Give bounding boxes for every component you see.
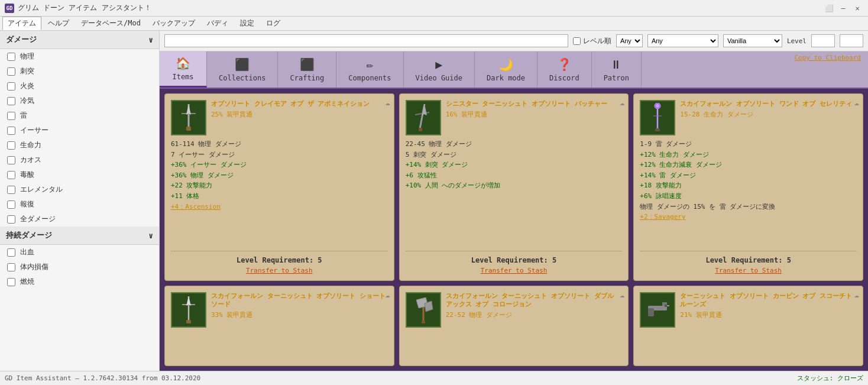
sidebar-item-aether[interactable]: イーサー: [0, 123, 159, 138]
transfer-btn-2[interactable]: Transfer to Stash: [640, 267, 857, 274]
level-order-label: レベル順: [583, 36, 611, 46]
checkbox-chaos[interactable]: [7, 156, 15, 164]
svg-point-10: [656, 104, 659, 108]
sidebar-item-poison[interactable]: 毒酸: [0, 167, 159, 182]
item-image-2: [640, 100, 675, 135]
app-title: グリム ドーン アイテム アシスタント！: [18, 3, 151, 13]
checkbox-retaliation[interactable]: [7, 200, 15, 209]
menu-item-buddy[interactable]: バディ: [202, 17, 234, 30]
item-name-4: スカイフォールン ターニッシュト オブソリート ダブル アックス オブ コロージ…: [446, 292, 623, 309]
cloud-icon-3: ☁: [385, 290, 390, 299]
sidebar-item-internal[interactable]: 体内損傷: [0, 260, 159, 274]
checkbox-bleed[interactable]: [7, 248, 15, 257]
sidebar-item-alldamage[interactable]: 全ダメージ: [0, 212, 159, 227]
checkbox-internal[interactable]: [7, 263, 15, 271]
item-card-header-2: スカイフォールン オブソリート ワンド オブ セレリティ 15-28 生命力 ダ…: [640, 100, 857, 135]
sidebar-section-dot[interactable]: 持続ダメージ ∨: [0, 227, 159, 245]
sidebar-item-bleed[interactable]: 出血: [0, 245, 159, 260]
checkbox-poison[interactable]: [7, 171, 15, 179]
tab-items[interactable]: 🏠 Items: [160, 51, 207, 88]
label-chaos: カオス: [20, 155, 41, 165]
items-grid: ☁ オブソリート クレイモア オブ ザ アボミネイション 25% 装甲貫通: [160, 89, 868, 371]
menu-item-items[interactable]: アイテム: [2, 17, 41, 30]
level-min-input[interactable]: 0: [811, 34, 835, 47]
sidebar-item-chaos[interactable]: カオス: [0, 153, 159, 167]
app-icon: GD: [5, 4, 14, 13]
svg-rect-16: [186, 320, 191, 323]
dropdown-any-2[interactable]: Any: [647, 34, 718, 47]
item-card-header-3: スカイフォールン ターニッシュト オブソリート ショートソード 33% 装甲貫通: [171, 292, 388, 328]
tab-collections[interactable]: ⬛ Collections: [207, 51, 278, 88]
level-max-input[interactable]: 110: [840, 34, 863, 47]
sidebar-item-pierce[interactable]: 刺突: [0, 64, 159, 79]
sidebar-item-elemental[interactable]: エレメンタル: [0, 182, 159, 197]
level-order-checkbox[interactable]: [573, 37, 581, 45]
item-info-3: スカイフォールン ターニッシュト オブソリート ショートソード 33% 装甲貫通: [211, 292, 388, 328]
sword-svg-0: [177, 103, 200, 132]
item-card-header-1: シニスター ターニッシュト オブソリート バッチャー 16% 装甲貫通: [406, 100, 623, 135]
transfer-btn-0[interactable]: Transfer to Stash: [171, 267, 388, 274]
discord-icon: ❓: [557, 57, 572, 72]
item-card-1: ☁ シニスター ターニッシュト オブソリート バッチャー 16% 装甲貫通: [399, 93, 629, 281]
stat-0-2: +36% イーサー ダメージ: [171, 160, 388, 170]
nav-tabs: 🏠 Items ⬛ Collections ⬛ Crafting ✏️ Comp…: [160, 51, 868, 89]
sidebar-item-cold[interactable]: 冷気: [0, 93, 159, 108]
sidebar-item-fire[interactable]: 火炎: [0, 79, 159, 93]
restore-button[interactable]: ⬜: [823, 2, 835, 14]
item-info-4: スカイフォールン ターニッシュト オブソリート ダブル アックス オブ コロージ…: [446, 292, 623, 328]
copy-clipboard-button[interactable]: Copy to Clipboard: [787, 51, 868, 88]
item-card-5: ☁ ターニッシュト オブソリート カービン オブ スコーチト ルーンズ: [633, 286, 863, 366]
checkbox-elemental[interactable]: [7, 186, 15, 194]
checkbox-alldamage[interactable]: [7, 215, 15, 224]
item-card-header-0: オブソリート クレイモア オブ ザ アボミネイション 25% 装甲貫通: [171, 100, 388, 135]
label-elemental: エレメンタル: [20, 185, 63, 195]
stat-0-link[interactable]: +4：Ascension: [171, 202, 388, 212]
sidebar-section-damage[interactable]: ダメージ ∨: [0, 31, 159, 49]
checkbox-aether[interactable]: [7, 127, 15, 135]
search-input[interactable]: [164, 34, 568, 47]
checkbox-fire[interactable]: [7, 82, 15, 90]
item-name-2: スカイフォールン オブソリート ワンド オブ セレリティ: [680, 100, 857, 108]
transfer-btn-1[interactable]: Transfer to Stash: [406, 267, 623, 274]
sidebar-item-retaliation[interactable]: 報復: [0, 197, 159, 212]
menu-item-backup[interactable]: バックアップ: [147, 17, 200, 30]
crafting-icon: ⬛: [300, 57, 315, 72]
tab-components[interactable]: ✏️ Components: [336, 51, 403, 88]
tab-discord-label: Discord: [549, 74, 579, 82]
status-right[interactable]: スタッシュ: クローズ: [797, 374, 863, 383]
dropdown-vanilla[interactable]: Vanilla: [723, 34, 782, 47]
tab-patron[interactable]: ⏸ Patron: [592, 51, 642, 88]
tab-crafting[interactable]: ⬛ Crafting: [278, 51, 336, 88]
checkbox-vitality[interactable]: [7, 141, 15, 150]
level-req-0: Level Requirement: 5: [171, 256, 388, 264]
sidebar-item-lightning[interactable]: 雷: [0, 108, 159, 123]
stat-0-5: +11 体格: [171, 191, 388, 202]
sidebar-item-physical[interactable]: 物理: [0, 49, 159, 64]
checkbox-lightning[interactable]: [7, 112, 15, 120]
sidebar-item-vitality[interactable]: 生命力: [0, 138, 159, 153]
menu-item-settings[interactable]: 設定: [235, 17, 260, 30]
tab-dark-mode[interactable]: 🌙 Dark mode: [475, 51, 537, 88]
checkbox-cold[interactable]: [7, 97, 15, 105]
label-bleed: 出血: [20, 247, 34, 257]
tab-patron-label: Patron: [604, 74, 629, 82]
menu-item-log[interactable]: ログ: [261, 17, 286, 30]
close-button[interactable]: ✕: [851, 2, 863, 14]
label-pierce: 刺突: [20, 66, 34, 76]
item-image-5: [640, 292, 675, 328]
menu-item-database[interactable]: データベース/Mod: [76, 17, 146, 30]
minimize-button[interactable]: —: [837, 2, 849, 14]
cloud-icon-5: ☁: [854, 290, 859, 299]
dark-mode-icon: 🌙: [498, 57, 513, 72]
dropdown-any-1[interactable]: Any: [616, 34, 643, 47]
checkbox-pierce[interactable]: [7, 67, 15, 76]
checkbox-physical[interactable]: [7, 53, 15, 61]
sidebar-item-burn[interactable]: 燃焼: [0, 274, 159, 289]
item-card-header-4: スカイフォールン ターニッシュト オブソリート ダブル アックス オブ コロージ…: [406, 292, 623, 328]
tab-video-guide[interactable]: ▶ Video Guide: [404, 51, 475, 88]
stat-2-link[interactable]: +2：Savagery: [640, 212, 857, 222]
sword-svg-1: [412, 103, 435, 132]
tab-discord[interactable]: ❓ Discord: [537, 51, 592, 88]
checkbox-burn[interactable]: [7, 278, 15, 286]
menu-item-help[interactable]: ヘルプ: [43, 17, 75, 30]
